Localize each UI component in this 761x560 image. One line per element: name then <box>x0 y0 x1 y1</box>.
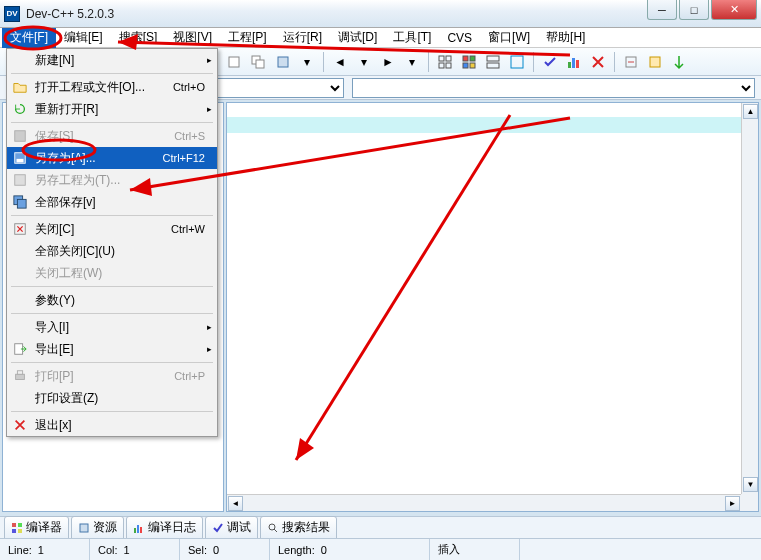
svg-rect-34 <box>80 524 88 532</box>
bottom-tabs: 编译器 资源 编译日志 调试 搜索结果 <box>0 516 761 538</box>
menu-bar: 文件[F] 编辑[E] 搜索[S] 视图[V] 工程[P] 运行[R] 调试[D… <box>0 28 761 48</box>
editor-current-line <box>227 117 758 133</box>
menu-open[interactable]: 打开工程或文件[O]...Ctrl+O <box>7 76 217 98</box>
open-icon <box>11 79 29 95</box>
svg-rect-7 <box>446 63 451 68</box>
toolbar-chart[interactable] <box>563 51 585 73</box>
tab-resources[interactable]: 资源 <box>71 516 124 539</box>
saveall-icon <box>11 194 29 210</box>
menu-params[interactable]: 参数(Y) <box>7 289 217 311</box>
scroll-left-icon[interactable]: ◄ <box>228 496 243 511</box>
tab-debug[interactable]: 调试 <box>205 516 258 539</box>
status-insert: 插入 <box>430 539 520 560</box>
close-button[interactable]: ✕ <box>711 0 757 20</box>
menu-tools[interactable]: 工具[T] <box>385 27 439 48</box>
menu-reopen[interactable]: 重新打开[R]▸ <box>7 98 217 120</box>
menu-cvs[interactable]: CVS <box>439 29 480 47</box>
menu-file[interactable]: 文件[F] <box>2 27 56 48</box>
file-dropdown: 新建[N]▸ 打开工程或文件[O]...Ctrl+O 重新打开[R]▸ 保存[S… <box>6 48 218 437</box>
svg-rect-2 <box>256 60 264 68</box>
menu-window[interactable]: 窗口[W] <box>480 27 538 48</box>
scrollbar-horizontal[interactable]: ◄ ► <box>227 494 741 511</box>
menu-help[interactable]: 帮助[H] <box>538 27 593 48</box>
reopen-icon <box>11 101 29 117</box>
maximize-button[interactable]: □ <box>679 0 709 20</box>
editor-area[interactable]: ▲ ▼ ◄ ► <box>226 102 759 512</box>
menu-project[interactable]: 工程[P] <box>220 27 275 48</box>
app-icon: DV <box>4 6 20 22</box>
toolbar-delete[interactable] <box>587 51 609 73</box>
scroll-up-icon[interactable]: ▲ <box>743 104 758 119</box>
menu-run[interactable]: 运行[R] <box>275 27 330 48</box>
toolbar-misc1[interactable] <box>620 51 642 73</box>
window-title: Dev-C++ 5.2.0.3 <box>26 7 114 21</box>
toolbar-misc2[interactable] <box>644 51 666 73</box>
status-length: Length:0 <box>270 539 430 560</box>
menu-edit[interactable]: 编辑[E] <box>56 27 111 48</box>
toolbar-btn[interactable]: ▾ <box>296 51 318 73</box>
menu-print: 打印[P]Ctrl+P <box>7 365 217 387</box>
toolbar-fwd[interactable]: ► <box>377 51 399 73</box>
toolbar-btn[interactable] <box>272 51 294 73</box>
toolbar-layout4[interactable] <box>506 51 528 73</box>
menu-search[interactable]: 搜索[S] <box>111 27 166 48</box>
toolbar-btn[interactable]: ▾ <box>401 51 423 73</box>
scroll-corner <box>741 494 758 511</box>
menu-printset[interactable]: 打印设置(Z) <box>7 387 217 409</box>
menu-view[interactable]: 视图[V] <box>165 27 220 48</box>
toolbar-back[interactable]: ◄ <box>329 51 351 73</box>
svg-rect-11 <box>470 63 475 68</box>
menu-close[interactable]: 关闭[C]Ctrl+W <box>7 218 217 240</box>
svg-rect-9 <box>470 56 475 61</box>
svg-rect-36 <box>137 525 139 533</box>
save-icon <box>11 128 29 144</box>
menu-closeall[interactable]: 全部关闭[C](U) <box>7 240 217 262</box>
svg-rect-3 <box>278 57 288 67</box>
svg-rect-29 <box>17 371 22 375</box>
scrollbar-vertical[interactable]: ▲ ▼ <box>741 103 758 494</box>
toolbar-layout3[interactable] <box>482 51 504 73</box>
menu-separator <box>11 122 213 123</box>
menu-debug[interactable]: 调试[D] <box>330 27 385 48</box>
svg-rect-33 <box>18 529 22 533</box>
toolbar-layout1[interactable] <box>434 51 456 73</box>
svg-rect-22 <box>17 159 24 163</box>
minimize-button[interactable]: ─ <box>647 0 677 20</box>
toolbar-misc3[interactable] <box>668 51 690 73</box>
svg-rect-6 <box>439 63 444 68</box>
menu-exit[interactable]: 退出[x] <box>7 414 217 436</box>
toolbar-btn[interactable] <box>224 51 246 73</box>
svg-rect-0 <box>229 57 239 67</box>
toolbar-layout2[interactable] <box>458 51 480 73</box>
toolbar-check[interactable] <box>539 51 561 73</box>
menu-import[interactable]: 导入[I]▸ <box>7 316 217 338</box>
scroll-right-icon[interactable]: ► <box>725 496 740 511</box>
svg-rect-17 <box>576 60 579 68</box>
svg-rect-32 <box>12 529 16 533</box>
svg-rect-10 <box>463 63 468 68</box>
tab-searchres[interactable]: 搜索结果 <box>260 516 337 539</box>
scroll-down-icon[interactable]: ▼ <box>743 477 758 492</box>
svg-rect-16 <box>572 58 575 68</box>
menu-separator <box>11 215 213 216</box>
tab-compiler[interactable]: 编译器 <box>4 516 69 539</box>
svg-rect-15 <box>568 62 571 68</box>
svg-rect-12 <box>487 56 499 61</box>
combo-3[interactable] <box>352 78 755 98</box>
tab-compilelog[interactable]: 编译日志 <box>126 516 203 539</box>
toolbar-btn[interactable] <box>248 51 270 73</box>
svg-rect-14 <box>511 56 523 68</box>
svg-rect-23 <box>15 175 26 186</box>
menu-closeprj: 关闭工程(W) <box>7 262 217 284</box>
svg-rect-19 <box>650 57 660 67</box>
menu-export[interactable]: 导出[E]▸ <box>7 338 217 360</box>
menu-separator <box>11 73 213 74</box>
menu-new[interactable]: 新建[N]▸ <box>7 49 217 71</box>
menu-saveas[interactable]: 另存为[A]...Ctrl+F12 <box>7 147 217 169</box>
menu-saveall[interactable]: 全部保存[v] <box>7 191 217 213</box>
saveas-icon <box>11 150 29 166</box>
status-bar: Line:1 Col:1 Sel:0 Length:0 插入 <box>0 538 761 560</box>
status-line: Line:1 <box>0 539 90 560</box>
title-bar: DV Dev-C++ 5.2.0.3 ─ □ ✕ <box>0 0 761 28</box>
toolbar-btn[interactable]: ▾ <box>353 51 375 73</box>
